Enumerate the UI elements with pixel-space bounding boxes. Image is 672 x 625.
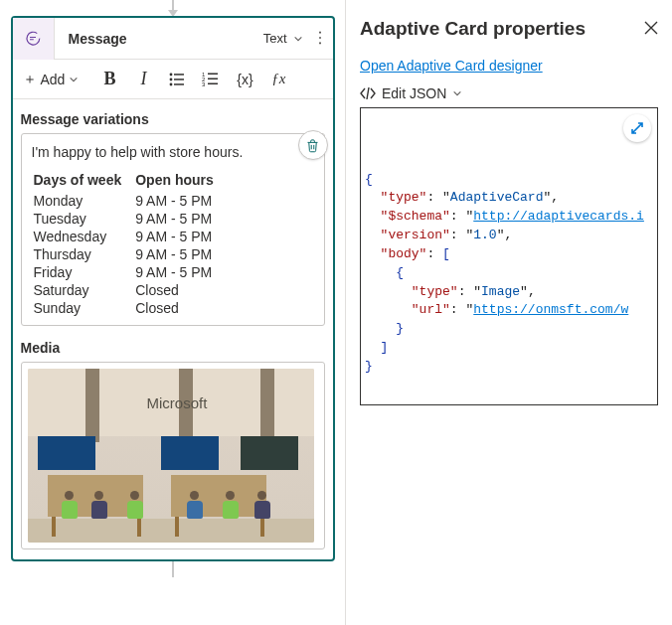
cell-hours: 9 AM - 5 PM — [133, 210, 226, 228]
message-icon — [13, 18, 55, 60]
expand-button[interactable] — [623, 114, 651, 142]
cell-hours: 9 AM - 5 PM — [133, 192, 226, 210]
edit-json-label: Edit JSON — [382, 85, 446, 101]
svg-point-0 — [170, 73, 173, 76]
variation-card[interactable]: I'm happy to help with store hours. Days… — [21, 133, 325, 326]
table-row: Tuesday9 AM - 5 PM — [32, 210, 226, 228]
svg-text:3: 3 — [202, 81, 206, 87]
cell-hours: Closed — [133, 299, 226, 317]
cell-day: Thursday — [32, 245, 134, 263]
add-label: Add — [41, 72, 66, 87]
edit-json-dropdown[interactable]: Edit JSON — [360, 85, 462, 101]
chevron-down-icon — [69, 75, 79, 84]
col-day: Days of week — [32, 170, 134, 192]
bullet-list-icon — [168, 71, 186, 88]
hours-table: Days of week Open hours Monday9 AM - 5 P… — [32, 170, 226, 317]
svg-rect-3 — [174, 78, 184, 80]
flow-connector — [172, 561, 174, 577]
svg-rect-11 — [208, 82, 218, 84]
variation-intro: I'm happy to help with store hours. — [32, 144, 314, 160]
card-title: Message — [55, 31, 263, 47]
cell-hours: 9 AM - 5 PM — [133, 263, 226, 281]
cell-hours: 9 AM - 5 PM — [133, 228, 226, 245]
message-card: Message Text ⋯ ＋ Add B I 123 {x} ƒx — [11, 16, 335, 561]
media-heading: Media — [21, 340, 325, 356]
variations-heading: Message variations — [21, 111, 325, 127]
delete-variation-button[interactable] — [298, 130, 328, 160]
numbered-list-button[interactable]: 123 — [194, 64, 228, 95]
table-row: SaturdayClosed — [32, 281, 226, 299]
media-card[interactable]: Microsoft — [21, 362, 325, 549]
table-row: Monday9 AM - 5 PM — [32, 192, 226, 210]
bullet-list-button[interactable] — [160, 64, 194, 95]
code-icon — [360, 86, 376, 100]
expression-button[interactable]: ƒx — [261, 64, 295, 95]
chevron-down-icon — [452, 88, 462, 98]
col-hours: Open hours — [133, 170, 226, 192]
cell-day: Tuesday — [32, 210, 134, 228]
expand-icon — [630, 121, 644, 135]
svg-rect-5 — [174, 83, 184, 85]
svg-point-4 — [170, 82, 173, 85]
toolbar: ＋ Add B I 123 {x} ƒx — [13, 60, 333, 99]
table-row: Wednesday9 AM - 5 PM — [32, 228, 226, 245]
variable-button[interactable]: {x} — [228, 64, 261, 95]
table-row: SundayClosed — [32, 299, 226, 317]
cell-hours: Closed — [133, 281, 226, 299]
table-row: Friday9 AM - 5 PM — [32, 263, 226, 281]
bold-button[interactable]: B — [92, 64, 126, 95]
chevron-down-icon — [293, 34, 303, 44]
numbered-list-icon: 123 — [202, 71, 220, 88]
cell-day: Wednesday — [32, 228, 134, 245]
pane-title: Adaptive Card properties — [360, 18, 586, 40]
cell-hours: 9 AM - 5 PM — [133, 245, 226, 263]
brand-logo-text: Microsoft — [147, 394, 208, 411]
italic-button[interactable]: I — [126, 64, 160, 95]
cell-day: Monday — [32, 192, 134, 210]
svg-rect-9 — [208, 78, 218, 79]
table-row: Thursday9 AM - 5 PM — [32, 245, 226, 263]
flow-connector — [172, 0, 174, 10]
open-designer-link[interactable]: Open Adaptive Card designer — [360, 58, 543, 74]
json-editor[interactable]: { "type": "AdaptiveCard", "$schema": "ht… — [360, 107, 658, 405]
svg-rect-7 — [208, 73, 218, 75]
close-button[interactable] — [644, 21, 658, 38]
properties-pane: Adaptive Card properties Open Adaptive C… — [345, 0, 672, 625]
card-header: Message Text ⋯ — [13, 18, 333, 60]
format-dropdown[interactable]: Text — [263, 31, 309, 46]
cell-day: Sunday — [32, 299, 134, 317]
cell-day: Saturday — [32, 281, 134, 299]
plus-icon: ＋ — [23, 71, 37, 88]
media-image: Microsoft — [28, 369, 314, 543]
cell-day: Friday — [32, 263, 134, 281]
json-content: { "type": "AdaptiveCard", "$schema": "ht… — [365, 171, 653, 377]
close-icon — [644, 21, 658, 35]
trash-icon — [305, 138, 320, 153]
svg-rect-1 — [174, 74, 184, 76]
add-button[interactable]: ＋ Add — [17, 67, 85, 92]
format-value: Text — [263, 31, 287, 46]
svg-point-2 — [170, 78, 173, 80]
more-menu-button[interactable]: ⋯ — [309, 29, 333, 48]
